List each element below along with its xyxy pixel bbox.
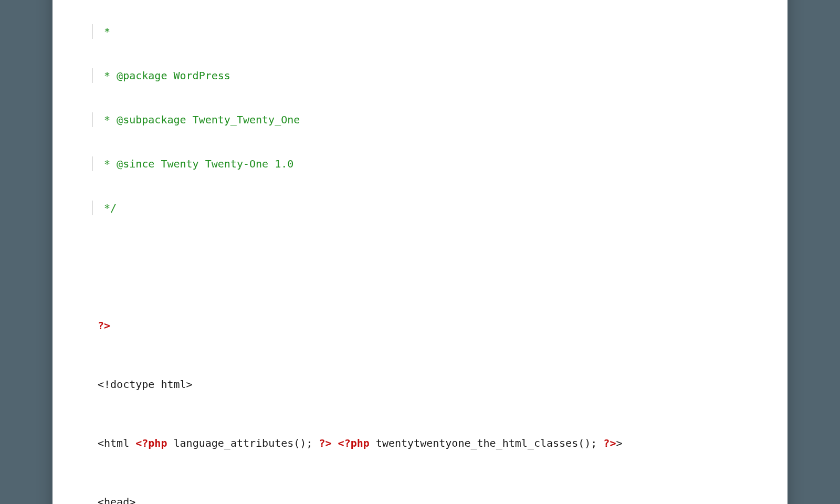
indent-guide (92, 201, 93, 215)
code-line[interactable]: ?> (92, 318, 775, 333)
indent-guide (92, 156, 93, 171)
tag-end: > (616, 436, 622, 450)
comment: * (98, 24, 110, 39)
code-area[interactable]: 1 2 3 4 5 6 7 8 9 10 11 12 13 14 15 16 1… (52, 0, 775, 504)
php-close-inline: ?> (319, 436, 331, 450)
indent-guide (92, 68, 93, 83)
code-line[interactable] (92, 259, 775, 274)
code-line[interactable]: <html <?php language_attributes(); ?> <?… (92, 436, 775, 450)
code-line[interactable]: * @subpackage Twenty_Twenty_One (92, 112, 775, 127)
line-number-gutter: 1 2 3 4 5 6 7 8 9 10 11 12 13 14 15 16 1… (52, 0, 92, 504)
indent-guide (92, 24, 93, 39)
php-open-inline: <?php (338, 436, 370, 450)
code-line[interactable]: */ (92, 201, 775, 215)
doctype: <!doctype html> (98, 377, 193, 392)
code-line[interactable]: * (92, 24, 775, 39)
comment: */ (98, 201, 117, 215)
php-close-tag: ?> (98, 318, 110, 333)
code-line[interactable]: * @since Twenty Twenty-One 1.0 (92, 156, 775, 171)
code-line[interactable]: <!doctype html> (92, 377, 775, 392)
comment: * @since Twenty Twenty-One 1.0 (98, 156, 293, 171)
php-call: language_attributes(); (167, 436, 319, 450)
code-editor-card: 1 2 3 4 5 6 7 8 9 10 11 12 13 14 15 16 1… (52, 0, 788, 504)
php-close-inline: ?> (603, 436, 616, 450)
indent-guide (92, 112, 93, 127)
html-tag: <html (98, 436, 135, 450)
comment: * @subpackage Twenty_Twenty_One (98, 112, 300, 127)
code-lines[interactable]: <?php /** * The header. * * This is the … (92, 0, 775, 504)
php-call: twentytwentyone_the_html_classes(); (370, 436, 604, 450)
code-line[interactable]: * @package WordPress (92, 68, 775, 83)
head-open-tag: <head> (98, 495, 135, 504)
php-open-inline: <?php (135, 436, 167, 450)
space (332, 436, 338, 450)
comment: * @package WordPress (98, 68, 230, 83)
code-line[interactable]: <head> (92, 495, 775, 504)
